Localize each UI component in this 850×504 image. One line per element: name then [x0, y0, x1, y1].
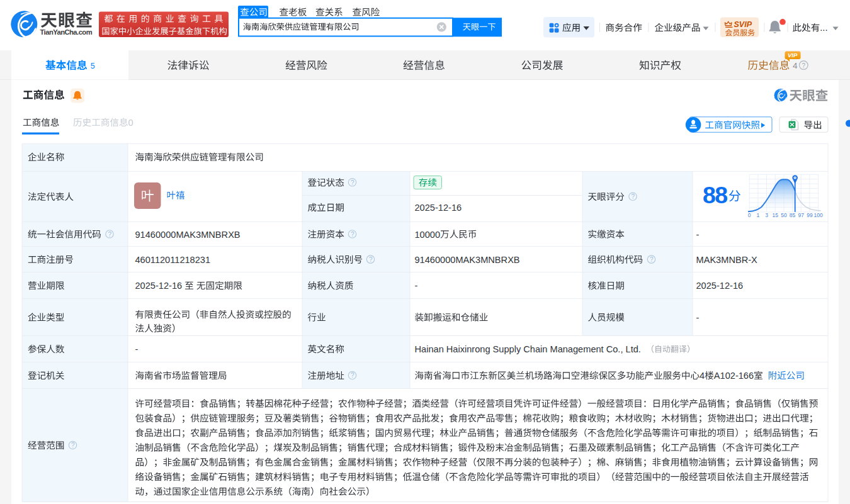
svg-text:Hainan Haixinrong Supply Chain: Hainan Haixinrong Supply Chain Managemen…: [415, 344, 641, 354]
svg-text:3: 3: [765, 212, 768, 218]
svg-text:?: ?: [351, 179, 354, 186]
svg-text:91460000MAK3MNBRXB: 91460000MAK3MNBRXB: [415, 255, 520, 265]
svg-text:97: 97: [798, 212, 805, 218]
svg-text:?: ?: [631, 193, 635, 200]
svg-text:85: 85: [790, 212, 796, 218]
svg-text:460112011218231: 460112011218231: [135, 255, 211, 265]
svg-text:100: 100: [814, 212, 823, 218]
svg-text:1: 1: [757, 212, 760, 218]
svg-text:SVIP: SVIP: [734, 20, 752, 29]
svg-text:?: ?: [108, 231, 111, 238]
svg-text:0: 0: [128, 118, 133, 128]
svg-text:VIP: VIP: [788, 52, 798, 59]
svg-text:4: 4: [700, 371, 705, 381]
svg-text:99: 99: [807, 212, 813, 218]
svg-text:91460000MAK3MNBRXB: 91460000MAK3MNBRXB: [135, 230, 241, 240]
svg-text:5: 5: [91, 62, 95, 70]
svg-text:15: 15: [773, 212, 779, 218]
svg-text:-: -: [696, 313, 700, 323]
svg-text:?: ?: [351, 372, 354, 379]
svg-text:?: ?: [351, 231, 354, 238]
svg-text:...: ...: [820, 23, 827, 33]
svg-text:10000: 10000: [415, 230, 441, 240]
svg-text:A102-166: A102-166: [714, 371, 754, 381]
svg-text:-: -: [415, 281, 418, 291]
svg-text:88: 88: [703, 182, 727, 208]
svg-text:2025-12-16: 2025-12-16: [696, 281, 744, 291]
svg-text:?: ?: [369, 256, 373, 263]
svg-text:4: 4: [793, 61, 798, 70]
svg-text:-: -: [696, 230, 700, 240]
svg-text:2025-12-16: 2025-12-16: [135, 281, 183, 291]
svg-text:TianYanCha.com: TianYanCha.com: [40, 28, 93, 36]
svg-text:?: ?: [650, 256, 654, 263]
svg-text:?: ?: [71, 442, 75, 449]
svg-text:50: 50: [781, 212, 787, 218]
svg-text:2025-12-16: 2025-12-16: [415, 203, 462, 213]
svg-text:0: 0: [748, 212, 751, 218]
svg-text:?: ?: [802, 62, 806, 69]
svg-text:-: -: [135, 344, 139, 354]
svg-text:MAK3MNBR-X: MAK3MNBR-X: [696, 255, 758, 265]
